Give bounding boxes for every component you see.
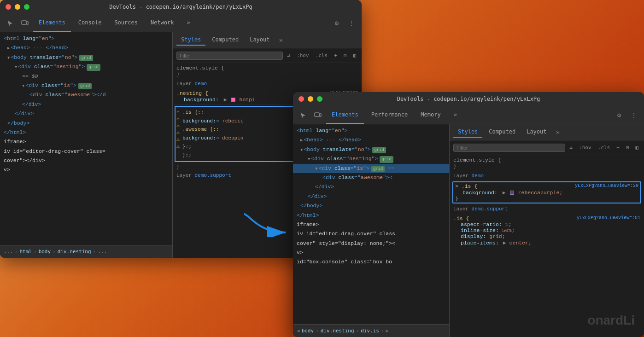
filter-toggle-fg[interactable]: ⇄ [568,144,575,151]
close-button-fg[interactable] [299,96,304,102]
tab-styles-fg[interactable]: Styles [453,127,482,138]
dom-html-bg[interactable]: <html lang="en"> [0,34,172,43]
tab-more-styles-fg[interactable]: » [553,128,562,137]
tab-computed-bg[interactable]: Computed [207,35,243,46]
is-source2-fg[interactable]: yLxLxPg?ano…ue&view=:51 [577,215,640,221]
dom-awesome-fg[interactable]: <div class="awesome">< [293,173,449,182]
maximize-button-bg[interactable] [24,4,29,10]
dom-body-fg[interactable]: ▼<body translate="no">grid [293,145,449,154]
breadcrumb-is-fg[interactable]: div.is [361,328,379,334]
filter-hov-bg[interactable]: :hov [295,52,311,59]
warn-6-bg: ⚠ [176,143,180,149]
dom-cover-fg[interactable]: cover" style="display: none;">< [293,239,449,248]
tab-performance-fg[interactable]: Performance [366,106,413,124]
styles-tabs-fg: Styles Computed Layout » [450,124,644,140]
filter-sidebar-fg[interactable]: ◧ [633,144,640,151]
tab-elements-bg[interactable]: Elements [33,14,71,32]
filter-snap-bg[interactable]: ⊡ [342,52,349,59]
dom-html-fg[interactable]: <html lang="en"> [293,126,449,135]
filter-sidebar-bg[interactable]: ◧ [351,52,358,59]
tab-elements-fg[interactable]: Elements [326,106,364,124]
dom-editor-drag-bg[interactable]: iv id="editor-drag-cover" class= [0,147,172,156]
layer-support-link-bg[interactable]: demo.support [195,173,231,178]
breadcrumb-body-bg[interactable]: body [39,249,51,255]
filter-input-fg[interactable] [453,144,565,152]
dom-nesting-fg[interactable]: ▼<div class="nesting">grid [293,154,449,163]
layer-link-fg[interactable]: demo [472,173,484,179]
devtools-window-foreground: DevTools - codepen.io/argyleink/pen/yLxL… [293,92,644,337]
filter-cls-fg[interactable]: .cls [596,144,612,151]
filter-toggle-bg[interactable]: ⇄ [286,52,293,59]
dom-head-fg[interactable]: ▶<head> ··· </head> [293,135,449,145]
dom-editor-drag-fg[interactable]: iv id="editor-drag-cover" class [293,229,449,238]
dom-close-html-bg[interactable]: </html> [0,128,172,137]
close-button-bg[interactable] [6,4,11,10]
dom-v-bg[interactable]: v> [0,165,172,174]
breadcrumb-html-bg[interactable]: html [20,249,32,255]
element-style-rule-fg: element.style { } [450,155,644,171]
filter-cls-bg[interactable]: .cls [314,52,330,59]
tab-sources-bg[interactable]: Sources [109,14,143,32]
dom-head-bg[interactable]: ▶<head> ··· </head> [0,43,172,52]
dom-dollar-bg: == $0 [0,72,172,81]
tab-network-bg[interactable]: Network [145,14,180,32]
dom-iframe-bg[interactable]: iframe> [0,137,172,146]
dom-box-console-fg[interactable]: id="box-console" class="box bo [293,257,449,267]
dom-close-body-fg[interactable]: </body> [293,201,449,210]
dom-is-bg[interactable]: ▼<div class="is">grid [0,81,172,90]
more-icon-bg[interactable]: ⋮ [345,17,358,29]
dom-close-div2-bg[interactable]: </div> [0,109,172,118]
layer-link-bg[interactable]: demo [195,81,207,87]
element-style-text-bg: element.style { [176,65,224,71]
dom-close-div2-fg[interactable]: </div> [293,192,449,201]
svg-rect-3 [315,113,319,116]
tab-layout-fg[interactable]: Layout [522,127,551,138]
dom-cover-bg[interactable]: cover"></div> [0,156,172,165]
filter-plus-fg[interactable]: + [615,144,621,151]
filter-hov-fg[interactable]: :hov [577,144,593,151]
tab-more-bg[interactable]: » [181,14,196,32]
tab-layout-bg[interactable]: Layout [245,35,274,46]
breadcrumb-more-bg[interactable]: ... [98,249,107,255]
breadcrumb-nesting-bg[interactable]: div.nesting [58,249,91,255]
dom-body-bg[interactable]: ▼<body translate="no">grid [0,53,172,62]
breadcrumb-nesting-fg[interactable]: div.nesting [321,328,354,334]
layer-support-link-fg[interactable]: demo.support [472,206,508,212]
breadcrumb-body-fg[interactable]: body [302,328,314,334]
is-selector-fg: > .is { [455,183,477,189]
settings-icon-fg[interactable]: ⚙ [613,109,626,122]
tab-console-bg[interactable]: Console [73,14,107,32]
cursor-icon-fg[interactable] [297,109,310,122]
device-icon[interactable] [18,17,31,29]
minimize-button-fg[interactable] [308,96,313,102]
styles-filter-bg: ⇄ :hov .cls + ⊡ ◧ [173,48,362,63]
minimize-button-bg[interactable] [15,4,20,10]
is-source-fg[interactable]: yLxLxPg?ano…ue&view=:29 [575,183,638,188]
dom-tree-bg: <html lang="en"> ▶<head> ··· </head> ▼<b… [0,32,172,245]
dom-close-div1-bg[interactable]: </div> [0,100,172,109]
tab-memory-fg[interactable]: Memory [415,106,446,124]
more-icon-fg[interactable]: ⋮ [627,109,640,122]
filter-snap-fg[interactable]: ⊡ [624,144,631,151]
tab-more-fg[interactable]: » [448,106,463,124]
dom-awesome-bg[interactable]: <div class="awesome"></d [0,90,172,99]
breadcrumb-ellipsis-bg[interactable]: ... [4,249,13,255]
dom-iframe-fg[interactable]: iframe> [293,220,449,229]
device-icon-fg[interactable] [311,109,324,122]
window-title-fg: DevTools - codepen.io/argyleink/pen/yLxL… [397,96,540,102]
layer-support-info-fg: Layer demo.support [450,204,644,214]
dom-is-fg[interactable]: ▼<div class="is">grid == [293,164,449,173]
tab-more-styles-bg[interactable]: » [276,35,286,45]
dom-v-fg[interactable]: v> [293,248,449,257]
tab-computed-fg[interactable]: Computed [484,127,520,138]
cursor-icon[interactable] [4,17,17,29]
dom-close-body-bg[interactable]: </body> [0,119,172,128]
maximize-button-fg[interactable] [317,96,322,102]
dom-close-html-fg[interactable]: </html> [293,211,449,220]
filter-input-bg[interactable] [176,52,283,60]
dom-nesting-bg[interactable]: ▼<div class="nesting">grid [0,62,172,71]
dom-close-div1-fg[interactable]: </div> [293,182,449,192]
tab-styles-bg[interactable]: Styles [176,35,205,46]
filter-plus-bg[interactable]: + [332,52,339,59]
settings-icon-bg[interactable]: ⚙ [330,17,343,29]
